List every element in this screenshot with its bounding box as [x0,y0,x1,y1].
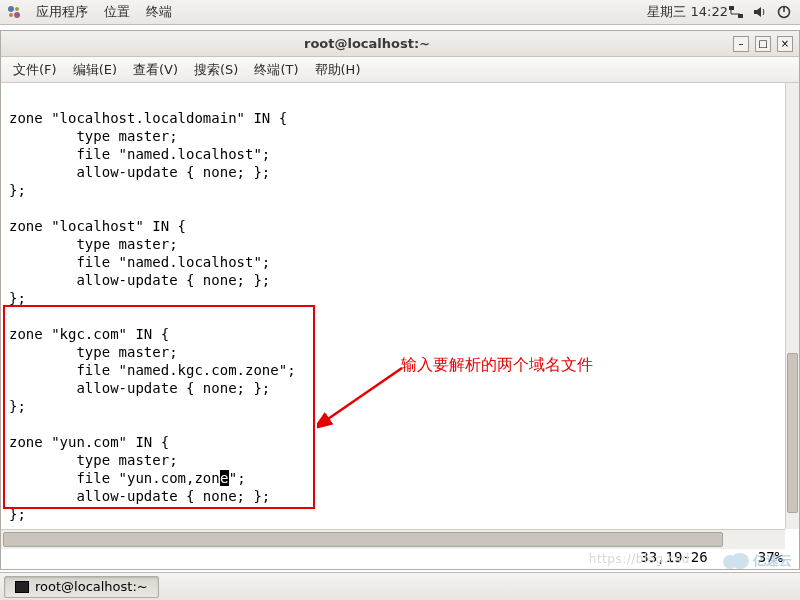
taskbar-item-terminal[interactable]: root@localhost:~ [4,576,159,598]
code-line: file "named.localhost"; [9,254,270,270]
code-line: zone "kgc.com" IN { [9,326,169,342]
power-icon[interactable] [776,4,792,20]
menu-search[interactable]: 搜索(S) [186,58,246,82]
vim-cursor: e [220,470,229,486]
svg-rect-4 [729,6,734,10]
maximize-button[interactable]: □ [755,36,771,52]
code-line: allow-update { none; }; [9,164,270,180]
svg-point-2 [9,13,13,17]
code-line: file "named.kgc.com.zone"; [9,362,296,378]
code-line: zone "yun.com" IN { [9,434,169,450]
terminal-viewport[interactable]: zone "localhost.localdomain" IN { type m… [1,83,799,549]
code-line: zone "localhost" IN { [9,218,186,234]
code-line: allow-update { none; }; [9,488,270,504]
terminal-icon [15,581,29,593]
code-line: zone "localhost.localdomain" IN { [9,110,287,126]
annotation-label: 输入要解析的两个域名文件 [401,355,593,376]
close-button[interactable]: × [777,36,793,52]
code-line: file "named.localhost"; [9,146,270,162]
code-line: file "yun.com,zone"; [9,470,246,486]
panel-tray [728,4,794,20]
code-line: }; [9,398,26,414]
code-line: type master; [9,236,178,252]
panel-menu-terminal[interactable]: 终端 [138,3,180,21]
window-title: root@localhost:~ [7,36,727,51]
top-panel: 应用程序 位置 终端 星期三 14:22 [0,0,800,25]
menu-view[interactable]: 查看(V) [125,58,186,82]
horizontal-scrollbar[interactable] [1,529,785,549]
code-line: type master; [9,344,178,360]
horizontal-scrollbar-thumb[interactable] [3,532,723,547]
panel-menu-places[interactable]: 位置 [96,3,138,21]
menu-file[interactable]: 文件(F) [5,58,65,82]
bottom-taskbar: root@localhost:~ [0,572,800,600]
code-line: allow-update { none; }; [9,380,270,396]
cloud-icon [723,553,751,569]
code-line: }; [9,182,26,198]
watermark-logo: 亿速云 [723,552,792,570]
volume-icon[interactable] [752,4,768,20]
svg-point-0 [8,6,14,12]
panel-clock[interactable]: 星期三 14:22 [647,3,728,21]
terminal-window: root@localhost:~ – □ × 文件(F) 编辑(E) 查看(V)… [0,30,800,570]
watermark-url: https://blog.csd [589,552,690,566]
panel-menu-applications[interactable]: 应用程序 [28,3,96,21]
code-line: type master; [9,128,178,144]
taskbar-item-label: root@localhost:~ [35,579,148,594]
svg-rect-5 [738,14,743,18]
menu-terminal[interactable]: 终端(T) [246,58,306,82]
menu-edit[interactable]: 编辑(E) [65,58,125,82]
vertical-scrollbar[interactable] [785,83,799,529]
minimize-button[interactable]: – [733,36,749,52]
terminal-menubar: 文件(F) 编辑(E) 查看(V) 搜索(S) 终端(T) 帮助(H) [1,57,799,83]
window-titlebar[interactable]: root@localhost:~ – □ × [1,31,799,57]
vertical-scrollbar-thumb[interactable] [787,353,798,513]
system-foot-icon [6,4,22,20]
network-icon[interactable] [728,4,744,20]
code-line: }; [9,506,26,522]
menu-help[interactable]: 帮助(H) [307,58,369,82]
svg-point-3 [14,12,20,18]
code-line: allow-update { none; }; [9,272,270,288]
terminal-text[interactable]: zone "localhost.localdomain" IN { type m… [9,91,791,541]
code-line: type master; [9,452,178,468]
code-line: }; [9,290,26,306]
svg-point-1 [15,7,19,11]
